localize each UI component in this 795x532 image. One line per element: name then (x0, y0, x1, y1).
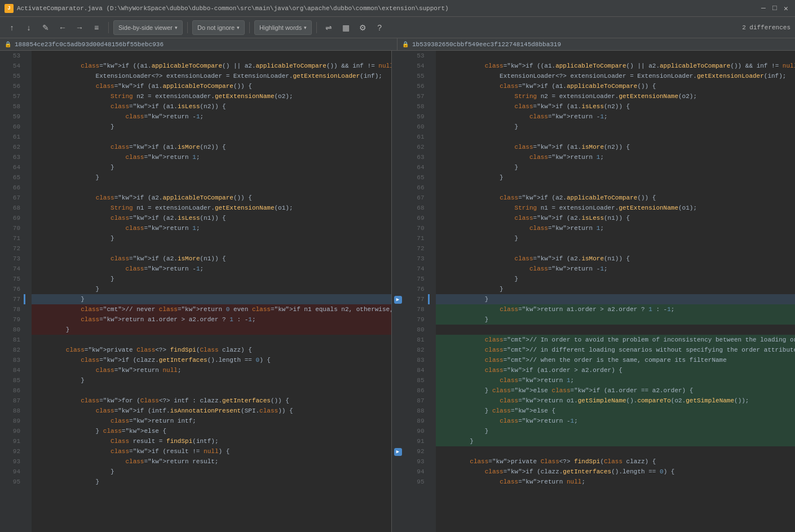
line-num: 90 (0, 426, 24, 436)
gutter-cell (428, 51, 436, 61)
code-line: } (32, 294, 391, 304)
center-gutter-cell (392, 101, 404, 112)
line-num: 72 (0, 243, 24, 254)
line-num: 78 (404, 304, 428, 314)
help-button[interactable]: ? (372, 20, 387, 35)
code-line: class="kw">if (a2.isLess(n1)) { (436, 213, 796, 223)
gutter-cell (24, 335, 32, 345)
nav-prev-button[interactable]: ↑ (5, 20, 19, 35)
ignore-selector[interactable]: Do not ignore (192, 20, 245, 35)
code-line: String n1 = extensionLoader.getExtension… (32, 203, 391, 213)
diff-marker[interactable]: ▶ (394, 448, 402, 456)
grid-button[interactable]: ▦ (338, 20, 353, 35)
line-num: 58 (404, 101, 428, 112)
code-line: } (436, 274, 796, 284)
center-gutter-cell (392, 416, 404, 426)
gutter-cell (428, 436, 436, 446)
gutter-cell (428, 71, 436, 81)
line-num: 72 (404, 243, 428, 254)
code-line (436, 243, 796, 254)
diff-marker[interactable]: ▶ (394, 296, 402, 304)
line-num: 71 (0, 233, 24, 243)
close-button[interactable]: ✕ (781, 4, 790, 13)
viewer-selector[interactable]: Side-by-side viewer (113, 20, 183, 35)
line-num: 77 (404, 294, 428, 304)
title-bar: J ActivateComparator.java (D:\WhyWorkSpa… (0, 0, 795, 17)
highlight-button[interactable]: Highlight words (254, 20, 312, 35)
separator-3 (249, 22, 250, 33)
center-gutter-cell (392, 223, 404, 233)
code-line: } (436, 122, 796, 132)
center-gutter-cell (392, 456, 404, 467)
center-gutter-cell (392, 193, 404, 203)
line-num: 65 (0, 172, 24, 183)
gutter-cell (24, 203, 32, 213)
title-text: ActivateComparator.java (D:\WhyWorkSpace… (17, 5, 756, 12)
code-line: } (32, 467, 391, 477)
code-line: class="cmt">// never class="kw">return 0… (32, 304, 391, 314)
center-gutter-cell (392, 91, 404, 101)
line-num: 86 (0, 385, 24, 396)
gutter-cell (24, 284, 32, 294)
code-line: } (32, 284, 391, 294)
gutter-cell (24, 51, 32, 61)
title-bar-controls: — □ ✕ (759, 4, 790, 13)
code-line: class="kw">if (a2.applicableToCompare())… (32, 193, 391, 203)
right-code-scroll[interactable]: 5354555657585960616263646566676869707172… (404, 51, 796, 532)
line-num: 57 (404, 91, 428, 101)
nav-next-button[interactable]: ↓ (21, 20, 36, 35)
gear-button[interactable]: ⚙ (355, 20, 370, 35)
line-num: 78 (0, 304, 24, 314)
gutter-cell (24, 183, 32, 193)
code-line: class="cmt">// in different loading scen… (436, 345, 796, 355)
menu-button[interactable]: ≡ (89, 20, 104, 35)
edit-button[interactable]: ✎ (38, 20, 53, 35)
code-line (32, 243, 391, 254)
gutter-cell (428, 385, 436, 396)
gutter-cell (24, 467, 32, 477)
gutter-cell (428, 101, 436, 112)
code-line: class="kw">if (a1.isMore(n2)) { (32, 142, 391, 152)
line-num: 75 (0, 274, 24, 284)
separator-2 (187, 22, 188, 33)
gutter-cell (24, 264, 32, 274)
code-line: class="kw">return null; (32, 365, 391, 375)
code-line: class="kw">return 1; (436, 375, 796, 385)
code-line: String n2 = extensionLoader.getExtension… (436, 91, 796, 101)
code-line: class="kw">if (result != null) { (32, 446, 391, 456)
center-gutter-cell (392, 396, 404, 406)
code-line (436, 446, 796, 456)
code-line (32, 385, 391, 396)
diff-container: 5354555657585960616263646566676869707172… (0, 51, 795, 532)
forward-button[interactable]: → (72, 20, 87, 35)
line-num: 64 (0, 162, 24, 172)
center-gutter-cell (392, 304, 404, 314)
code-line: class="kw">if (a2.isMore(n1)) { (436, 254, 796, 264)
code-line: class="kw">return -1; (436, 416, 796, 426)
center-gutter-cell (392, 51, 404, 61)
diff-count: 2 differences (742, 24, 790, 31)
left-code-scroll[interactable]: 5354555657585960616263646566676869707172… (0, 51, 391, 532)
code-line (32, 132, 391, 142)
back-button[interactable]: ← (55, 20, 70, 35)
code-line (436, 51, 796, 61)
line-num: 84 (0, 365, 24, 375)
line-num: 58 (0, 101, 24, 112)
gutter-cell (24, 223, 32, 233)
code-line: class="kw">if (a2.applicableToCompare())… (436, 193, 796, 203)
gutter-cell (24, 243, 32, 254)
sync-button[interactable]: ⇌ (321, 20, 336, 35)
code-line: class="kw">return 1; (436, 152, 796, 162)
gutter-cell (24, 213, 32, 223)
code-line (436, 132, 796, 142)
line-num: 80 (404, 325, 428, 335)
gutter-cell (428, 456, 436, 467)
gutter-cell (428, 162, 436, 172)
maximize-button[interactable]: □ (770, 4, 779, 13)
line-num: 61 (404, 132, 428, 142)
line-num: 60 (404, 122, 428, 132)
gutter-cell (428, 213, 436, 223)
separator-4 (316, 22, 317, 33)
minimize-button[interactable]: — (759, 4, 768, 13)
gutter-cell (428, 406, 436, 416)
